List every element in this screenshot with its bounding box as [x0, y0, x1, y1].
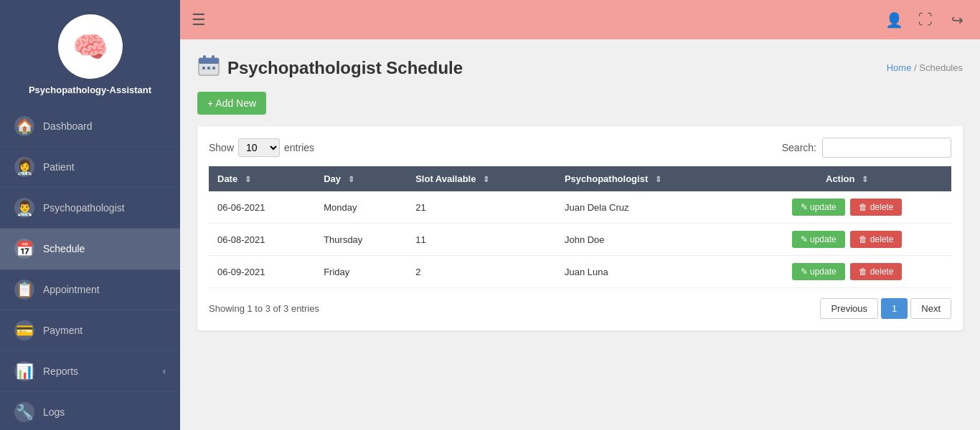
svg-rect-6	[212, 67, 215, 70]
sidebar-item-psychopathologist[interactable]: 👨‍⚕️ Psychopathologist	[0, 188, 180, 229]
cell-slot-1: 11	[407, 224, 556, 256]
page-header: Psychopathologist Schedule Home / Schedu…	[197, 54, 963, 82]
cell-day-1: Thursday	[315, 224, 407, 256]
svg-rect-3	[212, 55, 215, 61]
patient-icon: 👩‍⚕️	[14, 157, 34, 177]
sort-icon-psychopathologist: ⇕	[655, 175, 661, 183]
cell-date-1: 06-08-2021	[209, 224, 315, 256]
sidebar-nav: 🏠 Dashboard 👩‍⚕️ Patient 👨‍⚕️ Psychopath…	[0, 106, 180, 430]
cell-day-0: Monday	[315, 191, 407, 224]
reports-icon: 📊	[14, 361, 34, 381]
sort-icon-date: ⇕	[245, 175, 251, 183]
sidebar-item-dashboard[interactable]: 🏠 Dashboard	[0, 106, 180, 147]
cell-date-0: 06-06-2021	[209, 191, 315, 224]
pagination-row: Showing 1 to 3 of 3 entries Previous 1 N…	[209, 298, 951, 319]
svg-rect-2	[203, 55, 206, 61]
svg-rect-4	[202, 67, 205, 70]
cell-psychopathologist-2: Juan Luna	[556, 256, 743, 288]
page-icon	[197, 54, 220, 82]
dashboard-icon: 🏠	[14, 116, 34, 136]
cell-slot-0: 21	[407, 191, 556, 224]
appointment-icon: 📋	[14, 280, 34, 300]
col-header-action[interactable]: Action ⇕	[743, 166, 951, 191]
reports-chevron-icon: ‹	[163, 366, 166, 376]
logout-icon[interactable]: ↪	[946, 9, 969, 32]
update-button-1[interactable]: ✎ update	[792, 231, 845, 248]
breadcrumb-home[interactable]: Home	[887, 62, 912, 73]
payment-icon: 💳	[14, 320, 34, 340]
sidebar-label-patient: Patient	[43, 161, 166, 173]
update-button-0[interactable]: ✎ update	[792, 199, 845, 216]
add-new-button[interactable]: + Add New	[197, 92, 266, 115]
sidebar-item-logs[interactable]: 🔧 Logs	[0, 392, 180, 430]
sidebar-label-dashboard: Dashboard	[43, 120, 166, 132]
sidebar-label-schedule: Schedule	[43, 243, 166, 254]
psychopathologist-icon: 👨‍⚕️	[14, 198, 34, 218]
table-header-row: Date ⇕Day ⇕Slot Available ⇕Psychopatholo…	[209, 166, 951, 191]
table-row: 06-06-2021 Monday 21 Juan Dela Cruz ✎ up…	[209, 191, 951, 224]
sidebar-item-appointment[interactable]: 📋 Appointment	[0, 269, 180, 310]
sidebar-label-payment: Payment	[43, 325, 166, 336]
entries-label: entries	[284, 142, 314, 153]
app-name: Psychopathology-Assistant	[29, 85, 151, 95]
schedule-icon: 📅	[14, 239, 34, 259]
search-group: Search:	[782, 138, 951, 158]
page-1-button[interactable]: 1	[881, 298, 908, 319]
pagination-buttons: Previous 1 Next	[820, 298, 951, 319]
delete-button-0[interactable]: 🗑 delete	[850, 199, 902, 216]
col-header-psychopathologist[interactable]: Psychopathologist ⇕	[556, 166, 743, 191]
svg-rect-5	[207, 67, 210, 70]
col-header-date[interactable]: Date ⇕	[209, 166, 315, 191]
breadcrumb-current: Schedules	[919, 62, 963, 73]
table-row: 06-09-2021 Friday 2 Juan Luna ✎ update 🗑…	[209, 256, 951, 288]
show-entries-group: Show 5102550100 entries	[209, 138, 314, 157]
showing-text: Showing 1 to 3 of 3 entries	[209, 303, 319, 314]
sidebar-label-psychopathologist: Psychopathologist	[43, 202, 166, 214]
cell-psychopathologist-0: Juan Dela Cruz	[556, 191, 743, 224]
sidebar-label-reports: Reports	[43, 366, 163, 377]
menu-icon[interactable]: ☰	[192, 11, 206, 29]
cell-day-2: Friday	[315, 256, 407, 288]
cell-date-2: 06-09-2021	[209, 256, 315, 288]
sidebar-label-logs: Logs	[43, 406, 166, 418]
cell-action-2: ✎ update 🗑 delete	[743, 256, 951, 288]
sidebar-item-patient[interactable]: 👩‍⚕️ Patient	[0, 147, 180, 188]
show-label: Show	[209, 142, 234, 153]
schedule-table: Date ⇕Day ⇕Slot Available ⇕Psychopatholo…	[209, 166, 951, 288]
cell-action-0: ✎ update 🗑 delete	[743, 191, 951, 224]
next-button[interactable]: Next	[910, 298, 951, 319]
sidebar-label-appointment: Appointment	[43, 284, 166, 295]
app-logo: 🧠	[58, 14, 123, 79]
logs-icon: 🔧	[14, 402, 34, 422]
topbar: ☰ 👤 ⛶ ↪	[180, 0, 980, 39]
previous-button[interactable]: Previous	[820, 298, 878, 319]
delete-button-1[interactable]: 🗑 delete	[850, 231, 902, 248]
table-controls: Show 5102550100 entries Search:	[209, 138, 951, 158]
table-header: Date ⇕Day ⇕Slot Available ⇕Psychopatholo…	[209, 166, 951, 191]
sidebar-logo: 🧠 Psychopathology-Assistant	[0, 0, 180, 106]
cell-action-1: ✎ update 🗑 delete	[743, 224, 951, 256]
main-area: ☰ 👤 ⛶ ↪	[180, 0, 980, 430]
cell-slot-2: 2	[407, 256, 556, 288]
col-header-day[interactable]: Day ⇕	[315, 166, 407, 191]
search-input[interactable]	[822, 138, 951, 158]
content-area: Psychopathologist Schedule Home / Schedu…	[180, 39, 980, 430]
update-button-2[interactable]: ✎ update	[792, 263, 845, 280]
sort-icon-slot_available: ⇕	[483, 175, 489, 183]
sort-icon-action: ⇕	[862, 175, 868, 183]
delete-button-2[interactable]: 🗑 delete	[850, 263, 902, 280]
sort-icon-day: ⇕	[348, 175, 354, 183]
svg-rect-1	[199, 58, 219, 64]
fullscreen-icon[interactable]: ⛶	[914, 9, 937, 32]
sidebar: 🧠 Psychopathology-Assistant 🏠 Dashboard …	[0, 0, 180, 430]
breadcrumb: Home / Schedules	[887, 62, 963, 73]
col-header-slot_available[interactable]: Slot Available ⇕	[407, 166, 556, 191]
sidebar-item-reports[interactable]: 📊 Reports ‹	[0, 351, 180, 392]
sidebar-item-schedule[interactable]: 📅 Schedule	[0, 229, 180, 269]
entries-select[interactable]: 5102550100	[238, 138, 280, 157]
sidebar-item-payment[interactable]: 💳 Payment	[0, 310, 180, 351]
search-label: Search:	[782, 142, 816, 153]
user-profile-icon[interactable]: 👤	[882, 9, 905, 32]
page-title-group: Psychopathologist Schedule	[197, 54, 463, 82]
table-container: Show 5102550100 entries Search: Date ⇕Da…	[197, 126, 963, 330]
